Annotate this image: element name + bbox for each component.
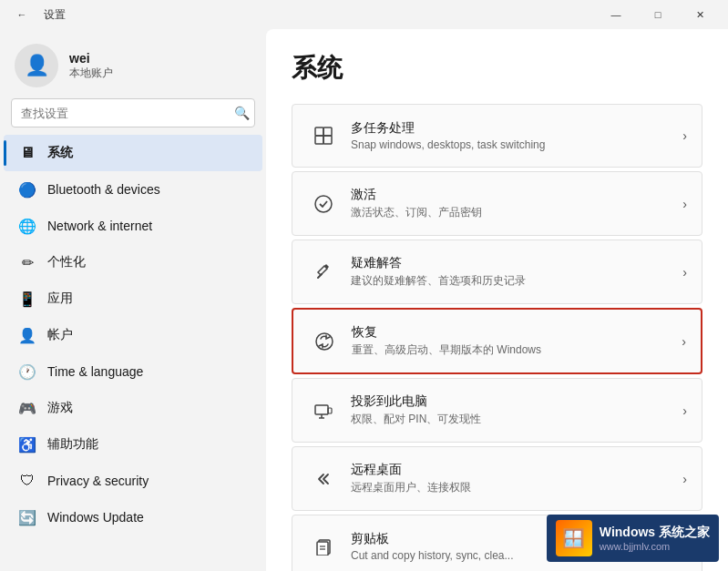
bluetooth-icon: 🔵	[18, 180, 36, 199]
settings-list: 多任务处理 Snap windows, desktops, task switc…	[292, 104, 702, 571]
multitasking-text: 多任务处理 Snap windows, desktops, task switc…	[351, 120, 675, 151]
sidebar-item-time[interactable]: 🕐 Time & language	[4, 353, 262, 390]
remote-icon	[307, 463, 340, 495]
network-icon: 🌐	[18, 217, 36, 235]
multitasking-desc: Snap windows, desktops, task switching	[351, 138, 675, 151]
sidebar: 👤 wei 本地账户 🔍 🖥 系统 🔵 Bluetooth & devices …	[0, 29, 266, 571]
remote-chevron: ›	[682, 472, 687, 486]
activation-desc: 激活状态、订阅、产品密钥	[351, 205, 675, 220]
update-label: Windows Update	[47, 510, 144, 525]
multitasking-title: 多任务处理	[351, 120, 675, 137]
setting-item-multitasking[interactable]: 多任务处理 Snap windows, desktops, task switc…	[292, 104, 702, 168]
sidebar-item-system[interactable]: 🖥 系统	[4, 135, 262, 171]
time-icon: 🕐	[18, 362, 36, 381]
system-label: 系统	[47, 145, 73, 161]
gaming-label: 游戏	[47, 400, 73, 416]
svg-rect-1	[323, 127, 332, 136]
setting-item-activation[interactable]: 激活 激活状态、订阅、产品密钥 ›	[292, 171, 702, 236]
privacy-label: Privacy & security	[47, 474, 149, 488]
close-button[interactable]: ✕	[679, 0, 721, 29]
troubleshoot-chevron: ›	[682, 265, 687, 280]
remote-title: 远程桌面	[351, 462, 675, 478]
remote-text: 远程桌面 远程桌面用户、连接权限	[351, 462, 675, 495]
user-name: wei	[69, 51, 113, 66]
svg-rect-0	[315, 127, 323, 136]
recovery-chevron: ›	[682, 334, 686, 349]
activation-icon	[307, 188, 340, 220]
page-title: 系统	[292, 51, 702, 86]
network-label: Network & internet	[47, 219, 152, 233]
recovery-icon	[308, 325, 341, 358]
remote-desc: 远程桌面用户、连接权限	[351, 480, 675, 495]
projection-icon	[307, 394, 340, 427]
troubleshoot-text: 疑难解答 建议的疑难解答、首选项和历史记录	[351, 255, 675, 289]
projection-title: 投影到此电脑	[351, 393, 675, 410]
clipboard-icon	[307, 530, 340, 563]
projection-text: 投影到此电脑 权限、配对 PIN、可发现性	[351, 393, 675, 427]
setting-item-projection[interactable]: 投影到此电脑 权限、配对 PIN、可发现性 ›	[292, 378, 702, 443]
window-title: 设置	[44, 7, 66, 23]
sidebar-item-network[interactable]: 🌐 Network & internet	[4, 208, 262, 244]
activation-title: 激活	[351, 187, 675, 203]
search-icon[interactable]: 🔍	[234, 106, 250, 120]
sidebar-item-accounts[interactable]: 👤 帐户	[4, 317, 262, 353]
sidebar-item-privacy[interactable]: 🛡 Privacy & security	[4, 463, 262, 499]
system-icon: 🖥	[18, 144, 36, 162]
activation-text: 激活 激活状态、订阅、产品密钥	[351, 187, 675, 220]
back-button[interactable]: ←	[7, 0, 36, 29]
personalization-icon: ✏	[18, 253, 36, 271]
setting-item-remote[interactable]: 远程桌面 远程桌面用户、连接权限 ›	[292, 446, 702, 511]
time-label: Time & language	[47, 364, 143, 379]
sidebar-item-personalization[interactable]: ✏ 个性化	[4, 244, 262, 280]
apps-icon: 📱	[18, 290, 36, 308]
privacy-icon: 🛡	[18, 472, 36, 490]
gaming-icon: 🎮	[18, 399, 36, 417]
accessibility-label: 辅助功能	[47, 436, 98, 453]
sidebar-item-update[interactable]: 🔄 Windows Update	[4, 499, 262, 535]
user-info: wei 本地账户	[69, 51, 113, 81]
recovery-text: 恢复 重置、高级启动、早期版本的 Windows	[352, 324, 674, 358]
multitasking-chevron: ›	[682, 128, 687, 143]
search-input[interactable]	[11, 98, 255, 127]
setting-item-recovery[interactable]: 恢复 重置、高级启动、早期版本的 Windows ›	[292, 308, 702, 374]
title-bar-left: ← 设置	[7, 0, 66, 29]
update-icon: 🔄	[18, 508, 36, 526]
watermark-line2: www.bjjmlv.com	[600, 541, 710, 552]
sidebar-item-gaming[interactable]: 🎮 游戏	[4, 390, 262, 426]
projection-chevron: ›	[682, 403, 687, 418]
svg-rect-3	[323, 136, 332, 144]
watermark-logo: 🪟	[556, 520, 592, 556]
user-subtitle: 本地账户	[69, 66, 113, 81]
sidebar-item-apps[interactable]: 📱 应用	[4, 280, 262, 317]
sidebar-item-accessibility[interactable]: ♿ 辅助功能	[4, 426, 262, 463]
multitasking-icon	[307, 119, 340, 152]
recovery-desc: 重置、高级启动、早期版本的 Windows	[352, 342, 674, 358]
setting-item-troubleshoot[interactable]: 疑难解答 建议的疑难解答、首选项和历史记录 ›	[292, 240, 702, 304]
search-box: 🔍	[11, 98, 255, 127]
accounts-icon: 👤	[18, 326, 36, 344]
personalization-label: 个性化	[47, 254, 86, 270]
main-content: 系统 多任务处理 Snap windows, desktops, task sw…	[266, 29, 728, 571]
minimize-button[interactable]: —	[595, 0, 637, 29]
svg-point-4	[315, 196, 332, 212]
avatar: 👤	[15, 44, 58, 87]
sidebar-item-bluetooth[interactable]: 🔵 Bluetooth & devices	[4, 171, 262, 208]
title-bar: ← 设置 — □ ✕	[0, 0, 728, 29]
svg-rect-7	[315, 405, 328, 414]
troubleshoot-icon	[307, 256, 340, 289]
accounts-label: 帐户	[47, 327, 73, 343]
troubleshoot-title: 疑难解答	[351, 255, 675, 271]
activation-chevron: ›	[682, 197, 687, 211]
watermark: 🪟 Windows 系统之家 www.bjjmlv.com	[547, 515, 719, 562]
user-profile[interactable]: 👤 wei 本地账户	[0, 29, 266, 98]
avatar-icon: 👤	[25, 54, 49, 77]
maximize-button[interactable]: □	[637, 0, 679, 29]
accessibility-icon: ♿	[18, 435, 36, 454]
apps-label: 应用	[47, 291, 73, 307]
svg-rect-2	[315, 136, 323, 144]
watermark-text: Windows 系统之家 www.bjjmlv.com	[600, 525, 710, 552]
projection-desc: 权限、配对 PIN、可发现性	[351, 412, 675, 427]
title-bar-controls: — □ ✕	[595, 0, 721, 29]
app-window: 👤 wei 本地账户 🔍 🖥 系统 🔵 Bluetooth & devices …	[0, 29, 728, 571]
troubleshoot-desc: 建议的疑难解答、首选项和历史记录	[351, 273, 675, 289]
